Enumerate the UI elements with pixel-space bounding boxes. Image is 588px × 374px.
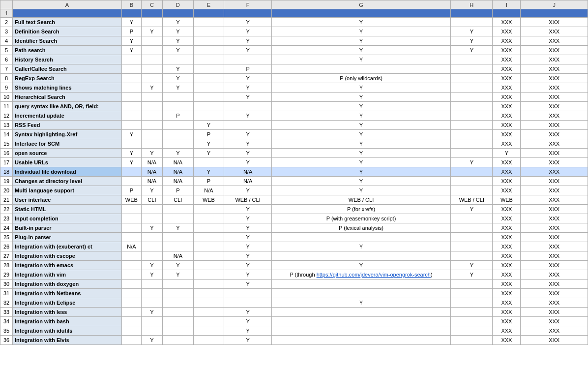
cell-36-e[interactable] [193,336,224,345]
cell-33-a[interactable]: Integration with less [13,308,122,317]
cell-16-j[interactable]: XXX [521,149,588,158]
cell-33-b[interactable] [121,308,141,317]
table-row[interactable]: 16open sourceYYYYYYYXXX [0,149,588,158]
cell-16-e[interactable]: Y [193,149,224,158]
cell-12-a[interactable]: Incremental update [13,111,122,121]
cell-6-e[interactable] [193,55,224,64]
cell-12-b[interactable] [121,111,141,121]
table-row[interactable]: 6History SearchYXXXXXX [0,55,588,64]
cell-35-c[interactable] [141,326,162,336]
cell-13-j[interactable]: XXX [521,121,588,130]
cell-14-f[interactable]: Y [224,130,272,139]
cell-17-c[interactable]: N/A [141,158,162,167]
cell-22-c[interactable] [141,205,162,214]
cell-20-b[interactable]: P [121,186,141,195]
cell-20-j[interactable]: XXX [521,186,588,195]
cell-11-a[interactable]: query syntax like AND, OR, field: [13,102,122,111]
cell-4-b[interactable]: Y [121,36,141,46]
cell-14-h[interactable] [451,130,493,139]
cell-29-h[interactable]: Y [451,270,493,280]
cell-14-i[interactable]: XXX [493,130,521,139]
cell-5-e[interactable] [193,46,224,55]
cell-7-e[interactable] [193,64,224,74]
cell-30-g[interactable] [271,280,450,289]
cell-2-d[interactable]: Y [163,18,194,27]
table-row[interactable]: 10Hierarchical SearchYYXXXXXX [0,93,588,102]
cell-12-f[interactable]: Y [224,111,272,121]
table-row[interactable]: 14Syntax highlighting-XrefYPYYXXXXXX [0,130,588,139]
cell-18-h[interactable] [451,167,493,177]
cell-3-j[interactable]: XXX [521,27,588,36]
cell-22-e[interactable] [193,205,224,214]
cell-29-f[interactable]: Y [224,270,272,280]
cell-19-h[interactable] [451,177,493,186]
cell-13-a[interactable]: RSS Feed [13,121,122,130]
cell-25-f[interactable]: Y [224,233,272,242]
cell-28-f[interactable]: Y [224,261,272,270]
cell-26-h[interactable] [451,242,493,251]
cell-22-h[interactable]: Y [451,205,493,214]
cell-7-d[interactable]: Y [163,64,194,74]
cell-26-c[interactable] [141,242,162,251]
table-row[interactable]: 13RSS FeedYYXXXXXX [0,121,588,130]
cell-32-i[interactable]: XXX [493,298,521,308]
cell-22-b[interactable] [121,205,141,214]
cell-2-j[interactable]: XXX [521,18,588,27]
cell-36-i[interactable]: XXX [493,336,521,345]
cell-3-i[interactable]: XXX [493,27,521,36]
cell-34-b[interactable] [121,317,141,326]
cell-31-i[interactable]: XXX [493,289,521,298]
table-row[interactable]: 2Full text SearchYYYYXXXXXX [0,18,588,27]
cell-18-b[interactable] [121,167,141,177]
cell-34-h[interactable] [451,317,493,326]
table-row[interactable]: 26Integration with (exuberant) ctN/AYYXX… [0,242,588,251]
cell-7-b[interactable] [121,64,141,74]
cell-6-a[interactable]: History Search [13,55,122,64]
col-letter-d[interactable]: D [163,0,194,9]
table-row[interactable]: 29Integration with vimYYYP (through http… [0,270,588,280]
cell-9-b[interactable] [121,83,141,93]
cell-31-h[interactable] [451,289,493,298]
cell-28-g[interactable]: Y [271,261,450,270]
cell-8-d[interactable]: Y [163,74,194,83]
col-letter-j[interactable]: J [521,0,588,9]
cell-4-a[interactable]: Identifier Search [13,36,122,46]
cell-27-d[interactable]: N/A [163,251,194,261]
cell-28-c[interactable]: Y [141,261,162,270]
cell-19-f[interactable]: N/A [224,177,272,186]
cell-11-h[interactable] [451,102,493,111]
cell-32-g[interactable]: Y [271,298,450,308]
cell-29-a[interactable]: Integration with vim [13,270,122,280]
cell-3-f[interactable]: Y [224,27,272,36]
cell-27-c[interactable] [141,251,162,261]
cell-5-g[interactable]: Y [271,46,450,55]
col-letter-h[interactable]: H [451,0,493,9]
cell-8-e[interactable] [193,74,224,83]
cell-26-g[interactable]: Y [271,242,450,251]
cell-4-g[interactable]: Y [271,36,450,46]
col-letter-b[interactable]: B [121,0,141,9]
cell-2-e[interactable] [193,18,224,27]
cell-23-c[interactable] [141,214,162,223]
table-row[interactable]: 21User interfaceWEBCLICLIWEBWEB / CLIWEB… [0,195,588,205]
cell-32-j[interactable]: XXX [521,298,588,308]
cell-19-b[interactable] [121,177,141,186]
cell-33-g[interactable] [271,308,450,317]
cell-31-j[interactable]: XXX [521,289,588,298]
cell-31-a[interactable]: Integration with Netbeans [13,289,122,298]
cell-19-d[interactable]: N/A [163,177,194,186]
table-row[interactable]: 4Identifier SearchYYYYYXXXXXX [0,36,588,46]
cell-7-f[interactable]: P [224,64,272,74]
cell-5-d[interactable]: Y [163,46,194,55]
table-row[interactable]: 15Interface for SCMYYYXXXXXX [0,139,588,149]
col-letter-f[interactable]: F [224,0,272,9]
cell-24-b[interactable] [121,223,141,233]
cell-2-i[interactable]: XXX [493,18,521,27]
cell-15-i[interactable]: XXX [493,139,521,149]
cell-29-g[interactable]: P (through https://github.com/jdevera/vi… [271,270,450,280]
cell-5-j[interactable]: XXX [521,46,588,55]
cell-17-i[interactable]: XXX [493,158,521,167]
cell-29-e[interactable] [193,270,224,280]
cell-4-f[interactable]: Y [224,36,272,46]
cell-18-e[interactable]: Y [193,167,224,177]
